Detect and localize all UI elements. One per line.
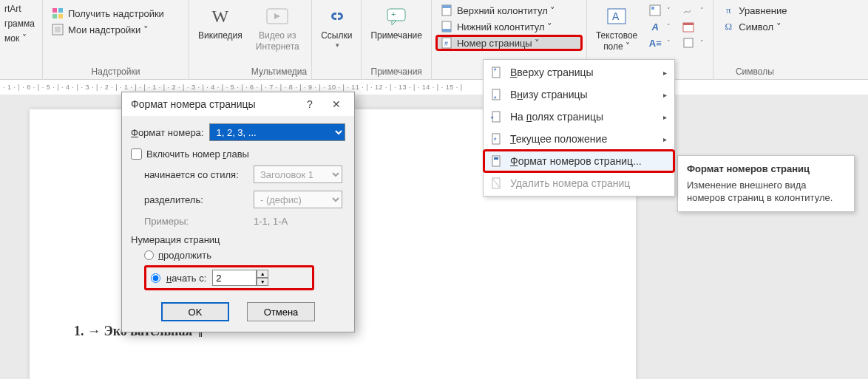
page-remove-icon: [489, 177, 503, 189]
online-video-button[interactable]: Видео из Интернета: [251, 1, 304, 53]
spin-down-button[interactable]: ▼: [257, 278, 268, 286]
page-number-menu: # Вверху страницы ▸ # Внизу страницы ▸ #…: [483, 59, 675, 197]
header-button[interactable]: Верхний колонтитул ˅: [436, 3, 582, 18]
submenu-arrow-icon: ▸: [663, 69, 667, 77]
page-number-label: Номер страницы ˅: [457, 38, 540, 49]
svg-rect-20: [651, 7, 654, 10]
svg-rect-5: [55, 27, 61, 33]
wikipedia-button[interactable]: W Википедия: [194, 1, 247, 42]
comments-group-label: Примечания: [366, 64, 426, 80]
submenu-arrow-icon: ▸: [663, 91, 667, 99]
quickparts-button[interactable]: ˅: [645, 3, 675, 18]
dialog-page-number-format: Формат номера страницы ? ✕ Формат номера…: [121, 92, 355, 332]
chevron-down-icon: ▾: [336, 41, 339, 49]
close-button[interactable]: ✕: [323, 98, 350, 110]
header-label: Верхний колонтитул ˅: [457, 5, 555, 16]
signature-icon: [682, 4, 694, 16]
cancel-button[interactable]: Отмена: [247, 302, 315, 321]
svg-rect-23: [684, 38, 693, 47]
svg-rect-8: [387, 9, 405, 21]
page-format-icon: [489, 155, 503, 167]
object-button[interactable]: ˅: [678, 35, 708, 50]
menu-bottom-of-page[interactable]: # Внизу страницы ▸: [484, 83, 674, 106]
footer-button[interactable]: Нижний колонтитул ˅: [436, 19, 582, 34]
menu-top-label: Вверху страницы: [510, 66, 594, 78]
ok-button[interactable]: OK: [161, 302, 229, 321]
textbox-label-2: поле ˅: [603, 41, 630, 52]
comment-icon: +: [383, 3, 410, 30]
store-icon: [52, 7, 64, 19]
menu-remove-page-numbers: Удалить номера страниц: [484, 172, 674, 194]
svg-rect-1: [58, 8, 63, 13]
starts-style-combo: Заголовок 1: [254, 165, 342, 183]
svg-rect-22: [683, 23, 694, 25]
page-number-button[interactable]: # Номер страницы ˅: [436, 35, 582, 50]
start-at-input[interactable]: [212, 270, 257, 286]
examples-value: 1-1, 1-A: [254, 216, 288, 227]
svg-rect-14: [442, 29, 451, 32]
svg-text:#: #: [444, 40, 448, 47]
equation-button[interactable]: π Уравнение: [718, 3, 791, 18]
symbol-button[interactable]: Ω Символ ˅: [718, 19, 791, 34]
link-icon: [323, 3, 350, 30]
video-icon: [264, 3, 291, 30]
video-label-2: Интернета: [256, 41, 299, 52]
page-margin-icon: #: [489, 111, 503, 123]
quickparts-icon: [649, 4, 661, 16]
include-chapter-checkbox[interactable]: [131, 148, 142, 160]
ribbon-group-wiki: W Википедия: [189, 0, 247, 80]
smartart-label-2: грамма: [4, 18, 35, 30]
signature-button[interactable]: ˅: [678, 3, 708, 18]
spin-up-button[interactable]: ▲: [257, 270, 268, 278]
dialog-titlebar: Формат номера страницы ? ✕: [122, 92, 354, 116]
menu-remove-label: Удалить номера страниц: [510, 177, 630, 189]
comment-button[interactable]: + Примечание: [366, 1, 426, 42]
ribbon: rtArt грамма мок ˅ Получить надстройки М…: [0, 0, 868, 80]
help-button[interactable]: ?: [296, 98, 323, 110]
menu-margins-label: На полях страницы: [510, 111, 603, 123]
wikipedia-icon: W: [207, 3, 234, 30]
dialog-title: Формат номера страницы: [131, 98, 256, 110]
my-addins-button[interactable]: Мои надстройки ˅: [47, 22, 169, 37]
wikipedia-label: Википедия: [198, 30, 243, 41]
menu-format-page-numbers[interactable]: Формат номеров страниц...: [484, 150, 674, 172]
wordart-icon: A: [649, 21, 661, 33]
textbox-label-1: Текстовое: [596, 30, 637, 41]
textbox-button[interactable]: A Текстовое поле ˅: [591, 1, 642, 53]
menu-current-label: Текущее положение: [510, 133, 607, 145]
start-at-label: начать с:: [166, 273, 206, 284]
multimedia-group-label: Мультимедиа: [251, 64, 307, 80]
include-chapter-label: Включить номер главы: [146, 148, 249, 160]
menu-page-margins[interactable]: # На полях страницы ▸: [484, 106, 674, 128]
continue-radio[interactable]: [144, 250, 154, 260]
addins-group-label: Надстройки: [47, 64, 184, 80]
menu-top-of-page[interactable]: # Вверху страницы ▸: [484, 61, 674, 83]
menu-bottom-label: Внизу страницы: [510, 89, 588, 100]
datetime-button[interactable]: [678, 19, 708, 34]
numbering-legend: Нумерация страниц: [131, 234, 345, 245]
tooltip-title: Формат номеров страниц: [687, 163, 845, 174]
menu-current-position[interactable]: # Текущее положение ▸: [484, 128, 674, 150]
separator-label: разделитель:: [144, 194, 248, 205]
svg-marker-9: [392, 21, 396, 25]
submenu-arrow-icon: ▸: [663, 135, 667, 143]
ribbon-group-symbols: π Уравнение Ω Символ ˅ Символы: [713, 0, 796, 80]
ribbon-group-multimedia: Видео из Интернета Мультимедиа: [247, 0, 312, 80]
submenu-arrow-icon: ▸: [663, 113, 667, 121]
comment-label: Примечание: [370, 30, 421, 41]
get-addins-button[interactable]: Получить надстройки: [47, 6, 169, 21]
ribbon-group-smartart: rtArt грамма мок ˅: [0, 0, 43, 80]
number-format-combo[interactable]: 1, 2, 3, ...: [209, 123, 345, 141]
symbol-icon: Ω: [722, 21, 734, 33]
ribbon-group-addins: Получить надстройки Мои надстройки ˅ Над…: [43, 0, 189, 80]
my-addins-label: Мои надстройки ˅: [68, 24, 149, 35]
symbols-group-label: Символы: [718, 64, 791, 80]
dropcap-button[interactable]: A≡˅: [645, 35, 675, 50]
equation-icon: π: [722, 4, 734, 16]
tooltip-format-page-numbers: Формат номеров страниц Изменение внешнег…: [677, 155, 855, 212]
dropcap-icon: A≡: [649, 37, 661, 49]
links-button[interactable]: Ссылки ▾: [316, 1, 356, 50]
date-icon: [682, 21, 694, 33]
start-at-radio[interactable]: [151, 273, 160, 283]
wordart-button[interactable]: A˅: [645, 19, 675, 34]
